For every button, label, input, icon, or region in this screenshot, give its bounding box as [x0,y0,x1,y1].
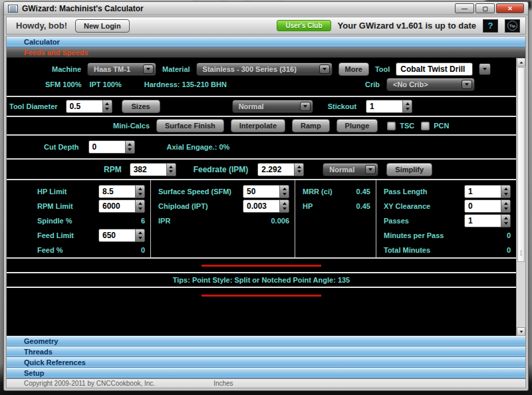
pcn-checkbox[interactable] [421,122,430,130]
passes-value[interactable] [465,215,501,227]
units-text: Inches [213,380,233,387]
stickout-input[interactable] [366,100,412,113]
accordion-quick-references[interactable]: Quick References [7,357,525,368]
maximize-button[interactable]: ▢ [475,3,495,13]
tips-divider-bottom [7,288,516,303]
feed-pct-value: 0 [97,246,145,254]
spinner-icon[interactable] [135,229,144,241]
spinner-icon[interactable] [125,141,134,153]
rpm-limit-value[interactable] [99,200,135,212]
chevron-down-icon [319,65,330,74]
tool-combo-input[interactable] [396,63,473,76]
feed-limit-input[interactable] [98,229,145,242]
accordion-calculator[interactable]: Calculator [7,37,525,47]
feed-limit-value[interactable] [99,229,135,241]
surface-speed-value[interactable] [243,186,279,198]
tool-diameter-input[interactable] [66,100,112,113]
spinner-icon[interactable] [135,200,144,212]
accordion-setup[interactable]: Setup [7,368,525,378]
spinner-icon[interactable] [135,186,144,198]
hp-limit-input[interactable] [98,185,145,198]
spinner-icon[interactable] [501,186,510,198]
spinner-icon[interactable] [279,186,289,198]
accordion-geometry[interactable]: Geometry [7,336,525,346]
tool-diameter-value[interactable] [66,100,102,112]
mrr-value: 0.45 [338,188,370,196]
vertical-scrollbar[interactable] [516,58,525,336]
cut-depth-value[interactable] [89,141,125,153]
app-icon [8,5,18,13]
red-divider-line [201,295,321,297]
scroll-up-icon[interactable] [517,58,525,66]
status-bar: Copyright 2009-2011 by CNCCookbook, Inc.… [6,379,526,388]
rpm-input[interactable] [130,163,176,176]
hp-limit-value[interactable] [99,186,135,198]
spinner-icon[interactable] [501,200,510,212]
surface-speed-input[interactable] [243,185,289,198]
hp-label: HP [303,202,338,210]
spinner-icon[interactable] [501,215,510,227]
chipload-input[interactable] [243,199,289,213]
spinner-icon[interactable] [294,164,303,176]
chevron-down-icon [365,165,376,174]
hp-limit-label: HP Limit [37,188,98,196]
feedrate-input[interactable] [257,163,304,176]
tool-dropdown-button[interactable] [479,63,491,75]
cut-depth-input[interactable] [88,140,135,154]
xy-clearance-input[interactable] [464,199,511,213]
finish-mode-select[interactable]: Normal [232,100,313,113]
question-mark-icon: ? [488,21,493,31]
mrr-label: MRR (ci) [303,188,338,196]
spinner-icon[interactable] [102,100,112,112]
stickout-value[interactable] [366,100,402,112]
app-window: GWizard: Machinist's Calculator — ▢ ✕ Ho… [3,1,529,391]
more-button[interactable]: More [338,63,369,76]
sizes-button[interactable]: Sizes [122,100,160,113]
machine-row: Machine Haas TM-1 Material Stainless - 3… [7,58,516,97]
update-status-text: Your GWizard v1.601 is up to date [338,21,476,31]
feed-pct-label: Feed % [37,246,97,254]
limits-column-4: Pass Length XY Clearance Passes Minutes … [376,180,516,257]
spinner-icon[interactable] [279,200,289,212]
pass-length-input[interactable] [464,185,511,198]
simplify-button[interactable]: Simplify [386,163,432,176]
xy-clearance-value[interactable] [465,200,501,212]
new-login-button[interactable]: New Login [75,19,130,33]
tip-button[interactable]: Tip [505,19,520,33]
minutes-per-pass-value: 0 [463,231,511,239]
minutes-per-pass-label: Minutes per Pass [384,231,463,239]
rpm-value[interactable] [130,164,166,176]
hp-value: 0.45 [338,202,370,210]
ramp-button[interactable]: Ramp [292,119,330,132]
spinner-icon[interactable] [166,164,176,176]
title-bar[interactable]: GWizard: Machinist's Calculator — ▢ ✕ [4,2,528,15]
tsc-checkbox[interactable] [387,122,396,130]
surface-finish-button[interactable]: Surface Finish [156,119,224,132]
interpolate-button[interactable]: Interpolate [231,119,285,132]
rpm-limit-input[interactable] [98,199,145,213]
tips-bar: Tips: Point Style: Split or Notched Poin… [7,272,516,288]
close-button[interactable]: ✕ [496,3,524,13]
chipload-value[interactable] [243,200,279,212]
tool-label: Tool [375,65,390,73]
pass-length-value[interactable] [465,186,501,198]
material-select[interactable]: Stainless - 300 Series (316) [196,63,332,76]
scrollbar-thumb[interactable] [517,67,525,262]
results-mode-select[interactable]: Normal [323,163,378,176]
feedrate-value[interactable] [258,164,294,176]
users-club-button[interactable]: User's Club [277,20,331,31]
crib-select[interactable]: <No Crib> [386,78,475,91]
passes-input[interactable] [464,214,511,227]
cut-depth-label: Cut Depth [44,143,79,151]
plunge-button[interactable]: Plunge [336,119,378,132]
spinner-icon[interactable] [402,100,412,112]
help-button[interactable]: ? [483,19,498,33]
hardness-text: Hardness: 135-210 BHN [144,80,227,88]
chevron-down-icon [300,102,311,111]
machine-select[interactable]: Haas TM-1 [87,63,156,76]
accordion-feeds-and-speeds[interactable]: Feeds and Speeds [7,47,525,58]
accordion-threads[interactable]: Threads [7,346,525,357]
minimize-button[interactable]: — [455,3,474,13]
scroll-down-icon[interactable] [517,327,525,336]
total-minutes-value: 0 [463,246,511,254]
